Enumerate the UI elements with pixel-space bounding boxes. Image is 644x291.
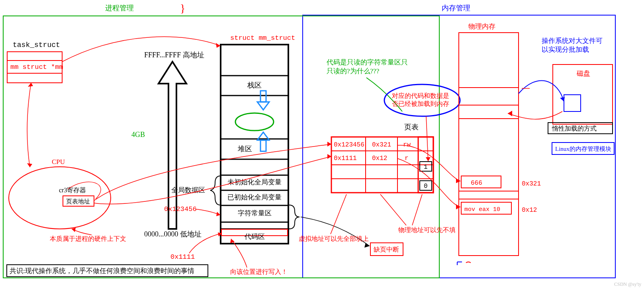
hi-addr-label: FFFF...FFFF 高地址 xyxy=(144,51,204,59)
disk-note1-l1: 操作系统对大文件可 xyxy=(542,37,603,45)
addr-123456: 0x123456 xyxy=(164,205,197,213)
watermark: CSDN @sy'ty xyxy=(614,281,641,287)
cr3-to-pt-2 xyxy=(94,156,331,204)
gap-ellipse xyxy=(235,113,274,131)
cr3-content: 页表地址 xyxy=(66,198,90,205)
addr1-arrow xyxy=(195,209,220,215)
conststr-label: 字符常量区 xyxy=(238,209,272,217)
disk-to-phys xyxy=(508,111,562,119)
svg-marker-36 xyxy=(426,157,431,161)
readonly-q-l1: 代码是只读的字符常量区只 xyxy=(326,59,408,66)
global-brace xyxy=(210,176,220,205)
cpu-note: 本质属于进程的硬件上下文 xyxy=(50,235,126,242)
stack-label: 栈区 xyxy=(247,81,262,89)
lo-addr-label: 0000...0000 低地址 xyxy=(144,230,202,238)
pt-va-note: 虚拟地址可以先全部填上 xyxy=(299,235,369,242)
cr3-to-pt-1 xyxy=(94,144,331,201)
4gb-arrow xyxy=(159,62,186,229)
pt-r3-flag: 0 xyxy=(424,183,428,190)
pt-r1-flag: 1 xyxy=(424,164,428,171)
task-struct-label: task_struct xyxy=(13,41,60,49)
heap-arrow-up xyxy=(257,132,269,151)
svg-marker-11 xyxy=(257,102,269,110)
heap-label: 堆区 xyxy=(237,145,252,153)
svg-rect-10 xyxy=(260,91,266,102)
cr3-label: cr3寄存器 xyxy=(59,187,86,193)
svg-marker-14 xyxy=(159,62,186,229)
addr-1111: 0x1111 xyxy=(170,253,195,261)
write-note: 向该位置进行写入！ xyxy=(230,268,288,275)
code-brace xyxy=(289,205,299,229)
diagram-canvas: 内存管理 进程管理 } task_struct mm struct *mm st… xyxy=(0,0,644,291)
cell-mov-text: mov eax 10 xyxy=(464,206,500,213)
svg-marker-43 xyxy=(456,204,460,209)
phys-mem-box xyxy=(459,33,519,256)
ts-to-cpu xyxy=(27,83,31,167)
init-label: 已初始化全局变量 xyxy=(227,193,282,201)
pt-r0-va: 0x123456 xyxy=(334,141,364,148)
pt-r1-va: 0x1111 xyxy=(334,155,357,162)
pa12-arrow xyxy=(397,158,460,207)
svg-line-34 xyxy=(380,194,406,225)
addr-0x12: 0x12 xyxy=(522,207,537,214)
cpu-label: CPU xyxy=(52,158,65,166)
stack-arrow-down xyxy=(257,91,269,110)
loaded-q-l1: 对应的代码和数据是 xyxy=(392,92,449,99)
addr-0x321: 0x321 xyxy=(522,180,541,187)
page-table-title: 页表 xyxy=(404,123,419,131)
phys-to-disk xyxy=(519,80,564,102)
phys-mem-title: 物理内存 xyxy=(468,23,495,30)
svg-marker-22 xyxy=(216,43,220,48)
mm-struct-title: struct mm_struct xyxy=(230,34,295,42)
disk-inner-box xyxy=(564,95,581,111)
pt-r0-pa: 0x321 xyxy=(372,141,391,148)
process-mgmt-title: 进程管理 xyxy=(105,4,134,12)
svg-marker-42 xyxy=(456,178,460,183)
loaded-q-l2: 否已经被加载到内存 xyxy=(392,100,449,107)
svg-marker-21 xyxy=(27,163,32,167)
pt-r0-perm: rw xyxy=(403,141,411,148)
page-table: 0x123456 0x321 rw 0x1111 0x12 r 1 0 xyxy=(331,137,433,193)
code-label: 代码区 xyxy=(244,233,265,240)
svg-marker-44 xyxy=(560,97,565,102)
memory-map: 栈区 堆区 未初始化全局变量 已初始化全局变量 字符常量区 代码区 xyxy=(221,45,288,244)
stray-brace: } xyxy=(180,2,185,14)
pt-r1-perm: r xyxy=(405,155,409,162)
svg-marker-19 xyxy=(72,228,76,232)
global-label: 全局数据区 xyxy=(171,186,205,194)
cpu-ellipse xyxy=(9,167,111,229)
readonly-q-l2: 只读的?为什么??? xyxy=(327,67,379,75)
svg-marker-45 xyxy=(508,111,512,116)
pt-pa-note: 物理地址可以先不填 xyxy=(398,227,456,233)
disk-note1-l2: 以实现分批加载 xyxy=(542,46,589,53)
svg-marker-16 xyxy=(216,212,220,216)
4gb-label: 4GB xyxy=(131,131,145,139)
svg-marker-20 xyxy=(28,83,33,87)
memory-mgmt-title: 内存管理 xyxy=(442,4,470,12)
disk-title: 磁盘 xyxy=(576,70,590,77)
cell-666-text: 666 xyxy=(471,180,482,187)
svg-rect-13 xyxy=(260,140,266,151)
page-fault-label: 缺页中断 xyxy=(374,246,399,253)
pt-r1-pa: 0x12 xyxy=(372,155,387,162)
linux-mm-text: Linux的内存管理模块 xyxy=(555,146,611,152)
common-sense-text: 共识:现代操作系统，几乎不做任何浪费空间和浪费时间的事情 xyxy=(10,267,194,275)
lazy-text: 惰性加载的方式 xyxy=(552,125,597,132)
svg-line-35 xyxy=(412,194,422,225)
mm-ptr-text: mm struct *mm xyxy=(10,63,63,71)
